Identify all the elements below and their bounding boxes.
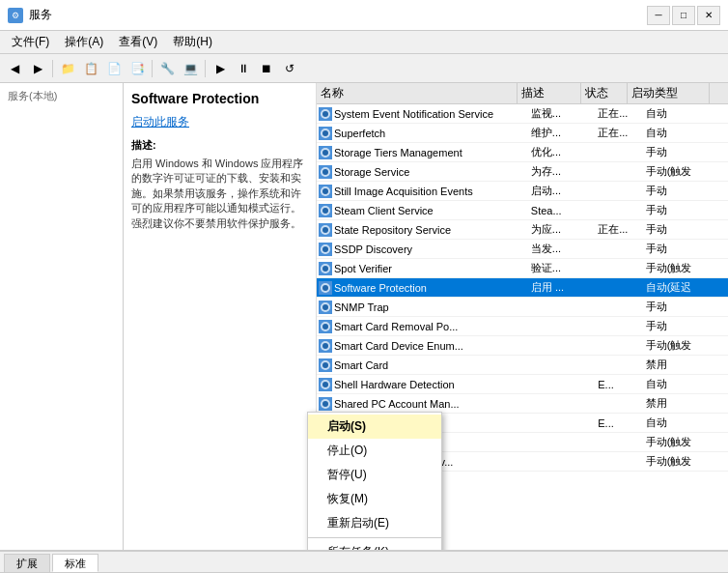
service-startup: 手动 <box>642 203 728 217</box>
service-desc: 维护... <box>527 126 594 140</box>
table-row[interactable]: Smart Card Removal Po... 手动 <box>317 317 728 336</box>
svg-point-13 <box>322 227 328 233</box>
table-row[interactable]: Superfetch 维护... 正在... 自动 <box>317 124 728 143</box>
service-desc: 为应... <box>527 222 594 237</box>
service-startup: 自动 <box>642 126 728 140</box>
service-icon <box>319 107 332 121</box>
tabs-bar: 扩展标准 <box>0 551 728 572</box>
properties-button[interactable]: 🔧 <box>156 58 178 79</box>
back-button[interactable]: ◀ <box>4 58 25 79</box>
console-button[interactable]: 💻 <box>180 58 201 79</box>
table-row[interactable]: Smart Card 禁用 <box>317 356 728 375</box>
menu-file[interactable]: 文件(F) <box>4 32 57 52</box>
table-row[interactable]: Software Protection 启用 ... 自动(延迟 <box>317 278 728 298</box>
context-menu-item[interactable]: 暂停(U) <box>308 463 441 487</box>
table-row[interactable]: State Repository Service 为应... 正在... 手动 <box>317 220 728 240</box>
service-icon <box>319 185 332 198</box>
context-menu-item[interactable]: 所有任务(K)▶ <box>308 540 441 550</box>
service-name: System Event Notification Service <box>334 108 493 120</box>
svg-point-23 <box>322 324 328 329</box>
table-row[interactable]: SNMP Trap 手动 <box>317 298 728 317</box>
service-status: 正在... <box>594 126 642 140</box>
svg-point-3 <box>322 130 328 136</box>
service-icon <box>319 165 332 179</box>
service-startup: 手动 <box>642 242 728 256</box>
menu-view[interactable]: 查看(V) <box>111 32 165 52</box>
context-menu-item[interactable]: 停止(O) <box>308 439 441 463</box>
service-icon <box>319 358 332 372</box>
svg-point-21 <box>322 304 328 310</box>
stop-button[interactable]: ⏹ <box>256 58 277 79</box>
service-name: Smart Card <box>334 359 388 371</box>
maximize-button[interactable]: □ <box>672 6 695 25</box>
service-icon <box>319 262 332 275</box>
service-startup: 自动(延迟 <box>642 280 728 295</box>
table-row[interactable]: Still Image Acquisition Events 启动... 手动 <box>317 182 728 201</box>
col-header-startup[interactable]: 启动类型 <box>628 83 710 103</box>
context-menu: 启动(S)停止(O)暂停(U)恢复(M)重新启动(E)所有任务(K)▶刷新(F)… <box>307 412 442 550</box>
left-panel: 服务(本地) <box>0 83 124 550</box>
col-header-desc[interactable]: 描述 <box>518 83 581 103</box>
menu-action[interactable]: 操作(A) <box>57 32 111 52</box>
service-status: E... <box>594 417 642 429</box>
service-status: 正在... <box>594 222 642 237</box>
start-service-link[interactable]: 启动此服务 <box>131 114 308 130</box>
context-menu-item[interactable]: 恢复(M) <box>308 487 441 511</box>
service-name: SSDP Discovery <box>334 244 412 255</box>
tab-扩展[interactable]: 扩展 <box>4 554 50 572</box>
service-startup: 自动 <box>642 415 728 430</box>
service-startup: 手动(触发 <box>642 164 728 179</box>
minimize-button[interactable]: ─ <box>647 6 670 25</box>
service-name: Shared PC Account Man... <box>334 398 460 410</box>
svg-point-17 <box>322 266 328 272</box>
service-desc: 当发... <box>527 242 594 256</box>
detail-desc: 启用 Windows 和 Windows 应用程序的数字许可证可证的下载、安装和… <box>131 157 308 231</box>
service-desc: 启用 ... <box>527 280 594 295</box>
left-panel-title: 服务(本地) <box>4 87 119 105</box>
pause-button[interactable]: ⏸ <box>233 58 254 79</box>
context-menu-item[interactable]: 启动(S) <box>308 415 441 439</box>
table-row[interactable]: Shared PC Account Man... 禁用 <box>317 394 728 414</box>
col-header-name[interactable]: 名称 <box>317 83 518 103</box>
svg-point-15 <box>322 246 328 252</box>
service-icon <box>319 146 332 159</box>
play-button[interactable]: ▶ <box>210 58 231 79</box>
table-row[interactable]: Smart Card Device Enum... 手动(触发 <box>317 336 728 356</box>
show2-button[interactable]: 📄 <box>103 58 125 79</box>
service-desc: 为存... <box>527 164 594 179</box>
service-icon <box>319 243 332 256</box>
svg-point-25 <box>322 343 328 349</box>
menu-help[interactable]: 帮助(H) <box>165 32 220 52</box>
restart-button[interactable]: ↺ <box>279 58 300 79</box>
up-button[interactable]: 📁 <box>57 58 78 79</box>
service-startup: 手动 <box>642 319 728 333</box>
svg-point-5 <box>322 150 328 156</box>
table-row[interactable]: Storage Service 为存... 手动(触发 <box>317 162 728 182</box>
svg-point-1 <box>322 111 328 117</box>
svg-point-7 <box>322 169 328 175</box>
table-row[interactable]: Spot Verifier 验证... 手动(触发 <box>317 259 728 278</box>
show3-button[interactable]: 📑 <box>126 58 148 79</box>
service-name: Smart Card Removal Po... <box>334 321 458 332</box>
close-button[interactable]: ✕ <box>697 6 720 25</box>
table-row[interactable]: Steam Client Service Stea... 手动 <box>317 201 728 220</box>
table-row[interactable]: Shell Hardware Detection E... 自动 <box>317 375 728 394</box>
svg-point-19 <box>322 285 328 291</box>
context-menu-separator <box>308 537 441 538</box>
table-row[interactable]: SSDP Discovery 当发... 手动 <box>317 240 728 259</box>
service-startup: 禁用 <box>642 396 728 411</box>
service-desc: 启动... <box>527 184 594 198</box>
forward-button[interactable]: ▶ <box>27 58 48 79</box>
service-name: SNMP Trap <box>334 301 389 313</box>
tab-标准[interactable]: 标准 <box>52 554 98 572</box>
show-button[interactable]: 📋 <box>80 58 101 79</box>
service-startup: 手动(触发 <box>642 261 728 275</box>
context-menu-item[interactable]: 重新启动(E) <box>308 511 441 535</box>
service-startup: 手动 <box>642 222 728 237</box>
table-row[interactable]: Storage Tiers Management 优化... 手动 <box>317 143 728 162</box>
svg-point-29 <box>322 382 328 387</box>
service-name: Shell Hardware Detection <box>334 379 455 390</box>
services-header: 名称 描述 状态 启动类型 <box>317 83 728 104</box>
col-header-status[interactable]: 状态 <box>581 83 628 103</box>
table-row[interactable]: System Event Notification Service 监视... … <box>317 104 728 124</box>
